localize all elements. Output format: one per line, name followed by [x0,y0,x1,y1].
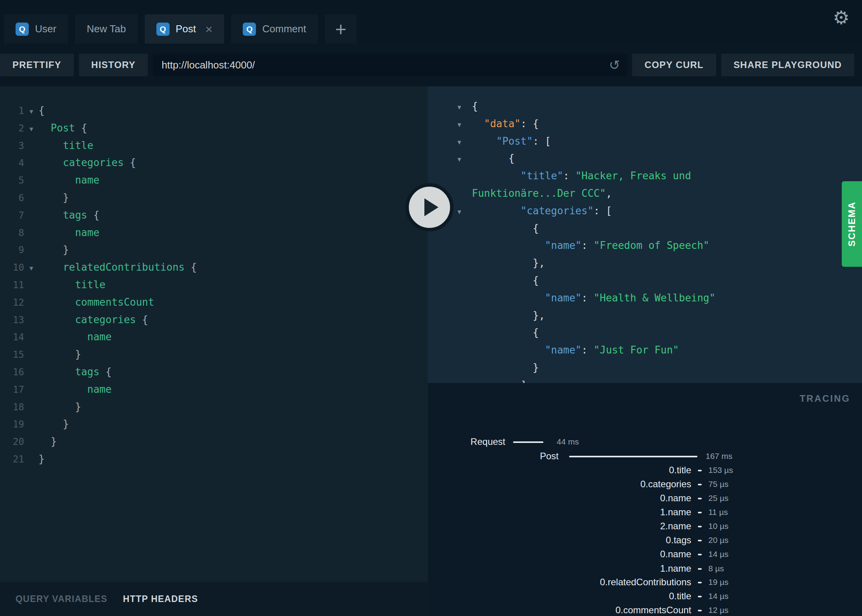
query-line[interactable]: 6 } [0,189,428,206]
add-tab-button[interactable]: + [325,14,357,44]
history-button[interactable]: HISTORY [79,54,148,76]
tracing-label: 0.commentsCount [428,603,691,616]
settings-gear-icon[interactable]: ⚙ [833,9,850,27]
line-number: 6 [0,189,24,207]
result-line: ], [428,376,862,383]
plus-icon: + [335,18,346,40]
result-line: ▾ "Post": [ [428,133,862,150]
result-line: ▾ "categories": [ [428,202,862,220]
http-headers-button[interactable]: HTTP HEADERS [123,594,198,604]
query-line[interactable]: 5 name [0,172,428,189]
tab-label: Post [176,23,196,35]
query-editor[interactable]: 1▾{2▾ Post {3 title4 categories {5 name6… [0,86,428,582]
query-line[interactable]: 2▾ Post { [0,119,428,137]
tracing-label: Post [428,449,559,463]
editor-footer: QUERY VARIABLES HTTP HEADERS [0,582,428,616]
tracing-label: 1.name [428,505,691,519]
query-line[interactable]: 17 name [0,381,428,398]
right-column: ▾{▾ "data": {▾ "Post": [▾ { "title": "Ha… [428,86,862,616]
play-icon [424,198,438,216]
share-playground-button[interactable]: SHARE PLAYGROUND [721,54,854,76]
tracing-bar [698,484,702,485]
execute-query-button[interactable] [405,183,454,231]
tracing-label: 0.name [428,547,691,561]
tab-comment[interactable]: Q Comment [231,14,318,44]
response-pane[interactable]: ▾{▾ "data": {▾ "Post": [▾ { "title": "Ha… [428,86,862,383]
tracing-row: 0.title153 µs [428,463,862,477]
query-line[interactable]: 13 categories { [0,311,428,329]
tab-post[interactable]: Q Post × [145,14,224,44]
tracing-bar [698,582,702,583]
query-line[interactable]: 4 categories { [0,154,428,172]
schema-side-tab[interactable]: SCHEMA [842,181,862,267]
tab-label: Comment [262,23,306,35]
query-line[interactable]: 19 } [0,415,428,433]
result-line: { [428,220,862,237]
line-number: 11 [0,276,24,294]
prettify-button[interactable]: PRETTIFY [0,54,74,76]
fold-arrow-icon[interactable]: ▾ [457,116,472,133]
query-variables-button[interactable]: QUERY VARIABLES [16,594,107,604]
reload-schema-icon[interactable]: ↺ [609,58,620,72]
tracing-row: 0.relatedContributions19 µs [428,575,862,589]
query-line[interactable]: 9 } [0,241,428,259]
tracing-bar [698,568,702,570]
tracing-duration: 11 µs [708,505,728,519]
tracing-row: 2.name10 µs [428,519,862,533]
query-line[interactable]: 11 title [0,276,428,294]
line-number: 9 [0,242,24,259]
line-number: 16 [0,364,24,381]
result-line: } [428,359,862,376]
main-split: 1▾{2▾ Post {3 title4 categories {5 name6… [0,86,862,616]
tab-label: User [35,23,56,35]
tracing-row: 0.categories75 µs [428,477,862,491]
copy-curl-button[interactable]: COPY CURL [632,54,716,76]
endpoint-url-input[interactable]: http://localhost:4000/ ↺ [153,54,627,76]
line-number: 18 [0,399,24,416]
line-number: 20 [0,433,24,451]
query-line[interactable]: 14 name [0,328,428,346]
query-line[interactable]: 8 name [0,224,428,242]
line-number: 19 [0,416,24,433]
tracing-duration: 8 µs [708,562,724,576]
query-badge-icon: Q [243,23,256,36]
query-line[interactable]: 18 } [0,398,428,416]
fold-arrow-icon[interactable]: ▾ [24,120,39,138]
query-editor-pane: 1▾{2▾ Post {3 title4 categories {5 name6… [0,86,428,616]
close-tab-icon[interactable]: × [205,23,213,35]
query-line[interactable]: 12 commentsCount [0,294,428,311]
tracing-duration: 14 µs [708,547,729,561]
tab-new-tab[interactable]: New Tab [75,14,138,44]
tracing-panel[interactable]: TRACING Request44 msPost167 ms0.title153… [428,383,862,616]
query-line[interactable]: 10▾ relatedContributions { [0,259,428,276]
fold-arrow-icon[interactable]: ▾ [457,150,472,168]
line-number: 12 [0,294,24,312]
query-line[interactable]: 15 } [0,346,428,363]
line-number: 3 [0,137,24,155]
query-line[interactable]: 16 tags { [0,363,428,381]
tracing-row: Post167 ms [428,449,862,463]
query-line[interactable]: 3 title [0,137,428,154]
fold-arrow-icon[interactable]: ▾ [457,133,472,151]
fold-arrow-icon[interactable]: ▾ [24,103,39,120]
fold-arrow-icon[interactable]: ▾ [24,259,39,277]
line-number: 14 [0,329,24,346]
line-number: 7 [0,207,24,224]
tab-user[interactable]: Q User [4,14,68,44]
query-line[interactable]: 1▾{ [0,102,428,119]
query-line[interactable]: 20 } [0,433,428,450]
result-line: ▾{ [428,98,862,115]
tracing-bar [698,512,702,513]
tracing-title: TRACING [800,393,850,404]
tracing-duration: 19 µs [708,575,729,589]
tracing-duration: 14 µs [708,589,729,603]
query-line[interactable]: 21} [0,450,428,468]
tracing-duration: 153 µs [708,463,733,477]
fold-arrow-icon[interactable]: ▾ [457,98,472,116]
tracing-bar [698,554,702,555]
query-line[interactable]: 7 tags { [0,206,428,224]
tracing-label: 0.tags [428,533,691,547]
line-number: 15 [0,346,24,364]
fold-arrow-icon[interactable]: ▾ [457,203,472,220]
tracing-bar [698,596,702,597]
